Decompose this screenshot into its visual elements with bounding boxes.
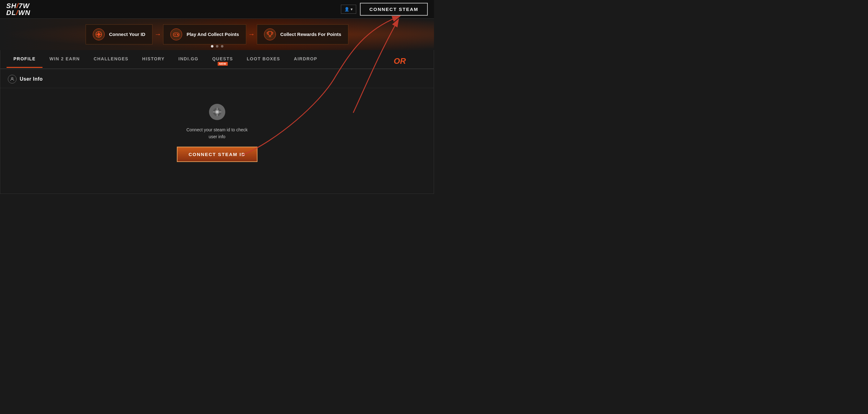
- trophy-icon: [264, 28, 276, 40]
- steam-icon: [93, 28, 105, 40]
- user-icon-button[interactable]: 👤 ▾: [341, 5, 356, 14]
- dot-3[interactable]: [221, 45, 223, 48]
- tab-airdrop[interactable]: AIRDROP: [287, 51, 324, 68]
- connect-steam-button[interactable]: CONNECT STEAM: [360, 3, 428, 16]
- svg-point-16: [216, 111, 218, 113]
- dot-2[interactable]: [216, 45, 218, 48]
- user-info-body: Connect your steam id to check user info…: [0, 88, 434, 184]
- step-2-text: Play And Collect Points: [187, 31, 239, 37]
- step-2: Play And Collect Points: [163, 24, 246, 45]
- top-bar: SH/7W DL/WN 👤 ▾ CONNECT STEAM: [0, 0, 434, 19]
- step-arrow-1: →: [153, 30, 163, 38]
- tab-lootboxes[interactable]: LOOT BOXES: [240, 51, 287, 68]
- tab-history[interactable]: HISTORY: [135, 51, 172, 68]
- connect-description: Connect your steam id to check user info: [186, 126, 247, 140]
- steam-icon-large: [209, 104, 225, 120]
- gamepad-icon: [170, 28, 182, 40]
- tab-win2earn[interactable]: WIN 2 EARN: [42, 51, 87, 68]
- logo-line1: SH/7W: [6, 2, 30, 9]
- connect-steam-id-button[interactable]: CONNECT STEAM ID: [177, 147, 257, 162]
- step-3: Collect Rewards For Points: [257, 24, 348, 45]
- step-1-text: Connect Your ID: [109, 31, 145, 37]
- step-3-text: Collect Rewards For Points: [280, 31, 341, 37]
- connect-description-line1: Connect your steam id to check: [186, 127, 247, 132]
- connect-description-line2: user info: [209, 134, 226, 139]
- logo: SH/7W DL/WN: [6, 2, 30, 16]
- new-badge: NEW: [217, 62, 228, 66]
- dots-row: [211, 45, 223, 48]
- tab-challenges[interactable]: CHALLENGES: [87, 51, 135, 68]
- page-wrapper: SH/7W DL/WN 👤 ▾ CONNECT STEAM: [0, 0, 434, 194]
- svg-point-10: [178, 35, 178, 35]
- tab-profile[interactable]: PROFILE: [6, 51, 42, 68]
- main-content: User Info Connect your steam id to check: [0, 69, 434, 194]
- user-section-icon: [8, 75, 17, 84]
- steps-container: Connect Your ID → Play And Collect Point…: [86, 24, 348, 45]
- tab-indigg[interactable]: INDI.GG: [172, 51, 205, 68]
- section-title: User Info: [20, 76, 43, 82]
- dot-1[interactable]: [211, 45, 213, 48]
- banner-area: Connect Your ID → Play And Collect Point…: [0, 19, 434, 50]
- or-label: OR: [394, 56, 406, 66]
- user-icon: 👤: [344, 7, 349, 11]
- tab-quests[interactable]: QUESTS NEW: [205, 51, 240, 68]
- top-right: 👤 ▾ CONNECT STEAM: [341, 3, 428, 16]
- step-arrow-2: →: [246, 30, 257, 38]
- logo-line2: DL/WN: [6, 9, 30, 16]
- svg-point-1: [97, 33, 100, 36]
- section-header: User Info: [0, 69, 434, 88]
- svg-point-13: [11, 78, 13, 79]
- nav-tabs: PROFILE WIN 2 EARN CHALLENGES HISTORY IN…: [0, 50, 434, 69]
- step-1: Connect Your ID: [86, 24, 153, 45]
- chevron-down-icon: ▾: [350, 7, 353, 11]
